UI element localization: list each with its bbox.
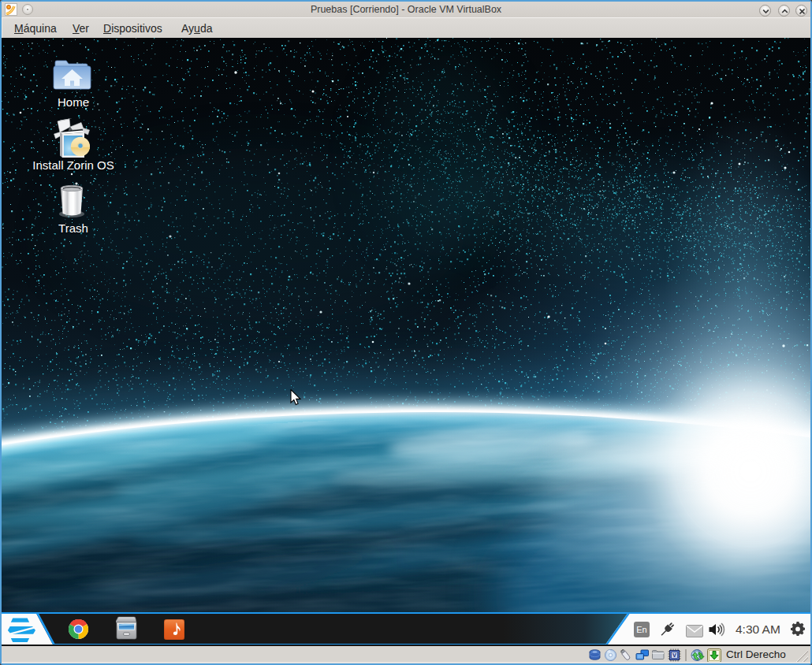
svg-text:V: V — [672, 652, 676, 659]
